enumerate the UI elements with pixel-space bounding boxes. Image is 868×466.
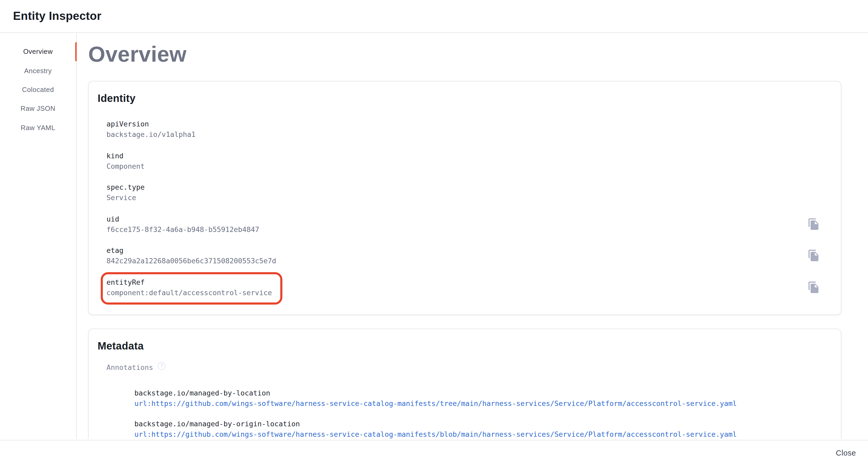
identity-fields: apiVersion backstage.io/v1alpha1 kind Co…: [106, 119, 820, 297]
field-spec-type: spec.type Service: [106, 182, 820, 203]
field-label: uid: [106, 213, 259, 224]
field-value: Service: [106, 192, 145, 203]
tab-label: Colocated: [22, 86, 54, 93]
field-value: component:default/accesscontrol-service: [106, 287, 272, 297]
dialog-body: Overview Ancestry Colocated Raw JSON Raw…: [0, 33, 868, 439]
copy-icon: [807, 281, 820, 293]
dialog-title: Entity Inspector: [13, 9, 101, 23]
field-label: kind: [106, 150, 145, 161]
annotations-row: Annotations ?: [106, 362, 820, 373]
tab-label: Overview: [23, 48, 53, 55]
sidebar-tabs: Overview Ancestry Colocated Raw JSON Raw…: [0, 33, 76, 439]
annotation-entries: backstage.io/managed-by-location url:htt…: [134, 388, 820, 439]
annotation-url-link[interactable]: url:https://github.com/wings-software/ha…: [134, 429, 737, 439]
annotation-key: backstage.io/managed-by-location: [134, 388, 820, 398]
identity-card: Identity apiVersion backstage.io/v1alpha…: [88, 81, 841, 315]
identity-card-title: Identity: [98, 92, 820, 105]
metadata-card: Metadata Annotations ? backstage.io/mana…: [88, 329, 841, 439]
copy-icon: [807, 249, 820, 262]
field-value: 842c29a2a12268a0056be6c371508200553c5e7d: [106, 256, 276, 266]
field-value: Component: [106, 161, 145, 171]
field-entityref: entityRef component:default/accesscontro…: [106, 276, 820, 297]
sidebar-item-overview[interactable]: Overview: [0, 42, 76, 61]
field-value: f6cce175-8f32-4a6a-b948-b55912eb4847: [106, 224, 259, 234]
tab-label: Raw JSON: [21, 105, 55, 113]
field-label: etag: [106, 245, 276, 256]
tab-content: Overview Identity apiVersion backstage.i…: [76, 33, 868, 439]
copy-etag-button[interactable]: [807, 249, 820, 262]
dialog-header: Entity Inspector: [0, 0, 868, 33]
field-label: entityRef: [106, 276, 272, 287]
annotation-key: backstage.io/managed-by-origin-location: [134, 418, 820, 429]
close-button[interactable]: Close: [831, 446, 861, 461]
entity-inspector-dialog: Entity Inspector Overview Ancestry Coloc…: [0, 0, 868, 466]
help-circle-icon[interactable]: ?: [158, 362, 166, 370]
sidebar-item-ancestry[interactable]: Ancestry: [0, 61, 76, 80]
active-tab-indicator: [75, 42, 77, 61]
sidebar-item-raw-yaml[interactable]: Raw YAML: [0, 118, 76, 137]
annotation-entry: backstage.io/managed-by-location url:htt…: [134, 388, 820, 409]
field-kind: kind Component: [106, 150, 820, 171]
field-value: backstage.io/v1alpha1: [106, 129, 195, 140]
field-uid: uid f6cce175-8f32-4a6a-b948-b55912eb4847: [106, 213, 820, 234]
copy-icon: [807, 217, 820, 230]
field-label: apiVersion: [106, 119, 195, 129]
sidebar-item-colocated[interactable]: Colocated: [0, 80, 76, 99]
field-etag: etag 842c29a2a12268a0056be6c371508200553…: [106, 245, 820, 266]
copy-entityref-button[interactable]: [807, 281, 820, 293]
annotation-url-link[interactable]: url:https://github.com/wings-software/ha…: [134, 398, 737, 409]
tab-label: Ancestry: [24, 67, 52, 75]
annotation-entry: backstage.io/managed-by-origin-location …: [134, 418, 820, 439]
copy-uid-button[interactable]: [807, 217, 820, 230]
annotations-label: Annotations: [106, 362, 153, 373]
page-title: Overview: [88, 43, 868, 65]
sidebar-item-raw-json[interactable]: Raw JSON: [0, 99, 76, 118]
tab-label: Raw YAML: [21, 124, 55, 132]
field-label: spec.type: [106, 182, 145, 192]
dialog-footer: Close: [0, 440, 868, 466]
metadata-card-title: Metadata: [98, 340, 820, 352]
field-apiversion: apiVersion backstage.io/v1alpha1: [106, 119, 820, 140]
